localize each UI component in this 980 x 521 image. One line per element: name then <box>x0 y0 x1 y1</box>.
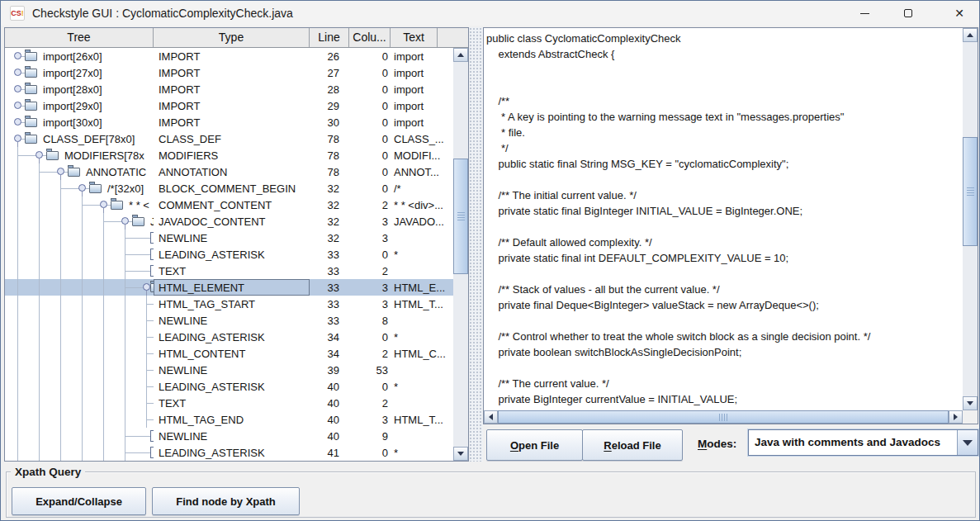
collapse-toggle-icon[interactable] <box>100 201 107 208</box>
collapse-toggle-icon[interactable] <box>121 217 129 225</box>
tree-row[interactable]: HTML_TAG_START333HTML_T... <box>5 296 453 312</box>
folder-tab <box>25 66 31 69</box>
column-cell: 0 <box>349 81 391 97</box>
tree-connector-line <box>82 230 83 246</box>
code-scroll-up-button[interactable] <box>963 28 978 42</box>
close-button[interactable]: ✕ <box>940 1 978 26</box>
line-cell: 78 <box>310 147 349 163</box>
tree-connector-line <box>17 197 18 213</box>
tree-row[interactable]: TEXT402 <box>5 395 453 411</box>
tree-cell <box>5 263 154 279</box>
column-cell: 2 <box>349 395 391 411</box>
tree-row[interactable]: NEWLINE3953 <box>5 362 453 378</box>
column-header-line[interactable]: Line <box>310 28 349 47</box>
tree-row[interactable]: JJAVADOC_CONTENT323JAVADO... <box>5 213 453 230</box>
collapse-toggle-icon[interactable] <box>14 135 21 142</box>
expand-collapse-button[interactable]: Expand/Collapse <box>12 487 146 515</box>
modes-combobox[interactable]: Java with comments and Javadocs <box>748 429 978 456</box>
tree-row[interactable]: NEWLINE409 <box>5 428 453 444</box>
expand-toggle-icon[interactable] <box>14 69 21 76</box>
tree-row[interactable]: import[26x0]IMPORT260import <box>5 48 453 64</box>
expand-toggle-icon[interactable] <box>14 102 21 109</box>
tree-connector-line <box>146 320 154 321</box>
tree-cell: import[26x0] <box>5 48 154 64</box>
tree-connector-line <box>60 312 61 329</box>
column-cell: 2 <box>349 263 391 279</box>
tree-connector-line <box>82 444 83 461</box>
column-header-tree[interactable]: Tree <box>5 28 154 47</box>
open-file-button[interactable]: Open File <box>486 429 583 461</box>
code-vertical-scrollbar[interactable] <box>963 28 978 410</box>
source-code-view[interactable]: public class CyclomaticComplexityCheck e… <box>484 28 963 410</box>
collapse-toggle-icon[interactable] <box>143 283 150 291</box>
line-cell: 33 <box>310 246 349 263</box>
tree-row[interactable]: * * <COMMENT_CONTENT322* * <div>... <box>5 197 453 213</box>
tree-row[interactable]: LEADING_ASTERISK340* <box>5 329 453 345</box>
column-cell: 0 <box>349 64 391 81</box>
tree-row[interactable]: HTML_CONTENT342HTML_C... <box>5 345 453 362</box>
close-icon: ✕ <box>954 7 964 19</box>
tree-row[interactable]: import[28x0]IMPORT280import <box>5 81 453 97</box>
tree-connector-line <box>125 345 125 362</box>
tree-scrollbar-thumb[interactable] <box>453 159 468 274</box>
column-header-type[interactable]: Type <box>154 28 310 47</box>
type-cell: BLOCK_COMMENT_BEGIN <box>154 180 310 197</box>
tree-row[interactable]: LEADING_ASTERISK410* <box>5 444 453 461</box>
minimize-icon <box>860 13 869 14</box>
tree-scrollbar[interactable] <box>453 48 468 461</box>
find-node-by-xpath-button[interactable]: Find node by Xpath <box>152 487 300 515</box>
tree-row[interactable]: MODIFIERS[78xMODIFIERS780MODIFI... <box>5 147 453 163</box>
column-header-column[interactable]: Colu... <box>349 28 391 47</box>
open-file-mnemonic: O <box>510 439 518 452</box>
collapse-toggle-icon[interactable] <box>57 168 64 175</box>
tree-cell <box>5 345 154 362</box>
code-scroll-down-button[interactable] <box>963 396 978 410</box>
reload-file-button[interactable]: Reload File <box>582 429 683 461</box>
tree-connector-line <box>82 213 83 230</box>
code-scroll-left-button[interactable] <box>484 410 498 424</box>
tree-row[interactable]: NEWLINE338 <box>5 312 453 329</box>
column-header-text[interactable]: Text <box>391 28 438 47</box>
tree-row[interactable]: HTML_ELEMENT333HTML_E... <box>5 279 453 296</box>
tree-connector-line <box>39 411 40 428</box>
tree-row[interactable]: TEXT332 <box>5 263 453 279</box>
minimize-button[interactable] <box>845 1 883 26</box>
tree-connector-line <box>39 263 40 279</box>
folder-icon <box>111 201 123 210</box>
arrow-right-icon <box>954 414 958 420</box>
text-cell: * <box>391 329 453 345</box>
expand-toggle-icon[interactable] <box>14 85 21 92</box>
line-cell: 30 <box>310 114 349 130</box>
tree-row[interactable]: CLASS_DEF[78x0]CLASS_DEF780CLASS_... <box>5 130 453 147</box>
expand-toggle-icon[interactable] <box>14 52 21 59</box>
tree-row[interactable]: import[27x0]IMPORT270import <box>5 64 453 81</box>
tree-scroll-down-button[interactable] <box>453 447 468 461</box>
combobox-arrow-button[interactable] <box>957 430 978 455</box>
tree-connector-line <box>60 444 61 461</box>
expand-toggle-icon[interactable] <box>14 118 21 126</box>
arrow-left-icon <box>489 414 493 420</box>
code-scroll-right-button[interactable] <box>949 410 963 424</box>
tree-connector-line <box>17 296 18 312</box>
code-horizontal-scrollbar[interactable] <box>484 410 963 424</box>
tree-row[interactable]: ANNOTATICANNOTATION780ANNOT... <box>5 163 453 180</box>
tree-row[interactable]: /*[32x0]BLOCK_COMMENT_BEGIN320/* <box>5 180 453 197</box>
type-cell: IMPORT <box>154 81 310 97</box>
tree-row[interactable]: LEADING_ASTERISK330* <box>5 246 453 263</box>
arrow-down-icon <box>457 452 464 456</box>
code-horizontal-thumb[interactable] <box>498 410 949 424</box>
tree-row[interactable]: HTML_TAG_END403HTML_T... <box>5 411 453 428</box>
collapse-toggle-icon[interactable] <box>36 151 43 159</box>
split-pane-divider[interactable] <box>469 27 483 462</box>
tree-connector-line <box>17 444 18 461</box>
tree-row[interactable]: import[30x0]IMPORT300import <box>5 114 453 130</box>
collapse-toggle-icon[interactable] <box>78 184 86 192</box>
tree-row[interactable]: import[29x0]IMPORT290import <box>5 97 453 114</box>
maximize-button[interactable] <box>889 1 927 26</box>
tree-cell: import[27x0] <box>5 64 154 81</box>
checkstyle-gui-window: CS! Checkstyle GUI : CyclomaticComplexit… <box>0 0 980 521</box>
tree-row[interactable]: NEWLINE323 <box>5 230 453 246</box>
code-vertical-thumb[interactable] <box>963 137 978 246</box>
tree-row[interactable]: LEADING_ASTERISK400* <box>5 378 453 395</box>
tree-scroll-up-button[interactable] <box>453 48 468 62</box>
